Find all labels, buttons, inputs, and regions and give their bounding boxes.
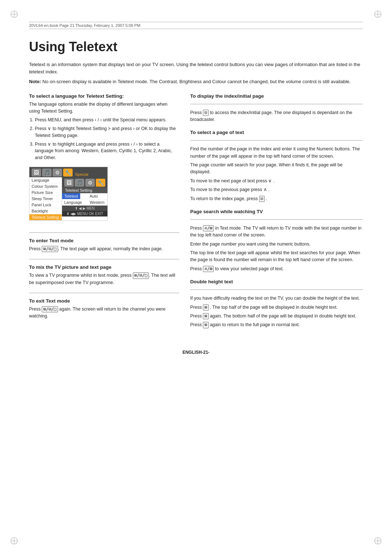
menu-special-label: Special bbox=[75, 172, 88, 177]
note-body: No on-screen display is available in Tel… bbox=[42, 79, 351, 84]
section-display-index: To display the index/initial page Press … bbox=[190, 93, 363, 123]
double-height-key-1: ⊞ bbox=[203, 304, 208, 311]
section-display-index-body: Press ⊡ to access the index/initial page… bbox=[190, 109, 363, 123]
menu-right-icon-4: 🔧 bbox=[96, 179, 105, 187]
section-enter-text-body: Press ⊞/⊟/□. The text page will appear, … bbox=[29, 246, 179, 252]
lang-steps-list: Press MENU, and then press ‹ / › until t… bbox=[35, 117, 179, 161]
section-mix-tv-title: To mix the TV picture and text page bbox=[29, 264, 179, 270]
page-title: Using Teletext bbox=[29, 39, 363, 54]
section-double-height-title: Double height text bbox=[190, 279, 363, 284]
menu-icon-special: 🔧 bbox=[63, 169, 73, 177]
menu-nav-bar-top: ⬆ ◀ ▶ MEN bbox=[62, 206, 107, 211]
two-column-layout: To select a language for Teletext Settin… bbox=[29, 93, 363, 335]
menu-item-backlight: Backlight bbox=[29, 208, 62, 214]
section-enter-text-title: To enter Text mode bbox=[29, 238, 179, 243]
mix-tv-key: ⊞/⊟/□ bbox=[133, 272, 149, 279]
page-search-para-4: Press ⊙/⊠ to view your selected page of … bbox=[190, 266, 363, 272]
divider-2 bbox=[29, 259, 179, 259]
divider-right-2 bbox=[190, 140, 363, 141]
menu-right-row-language: Language Western bbox=[62, 199, 107, 206]
divider-1 bbox=[29, 232, 179, 233]
section-select-language-title: To select a language for Teletext Settin… bbox=[29, 93, 179, 99]
section-exit-text-body: Press ⊞/⊟/□ again. The screen will retur… bbox=[29, 306, 179, 320]
menu-screenshot: 🖼 🎵 ⚙ 🔧 Special Language Colour System P… bbox=[29, 167, 108, 221]
left-column: To select a language for Teletext Settin… bbox=[29, 93, 179, 335]
lang-step-3: Press ∨ to highlight Language and press … bbox=[35, 141, 179, 161]
menu-right-icon-2: 🎵 bbox=[75, 179, 84, 187]
section-enter-text-mode: To enter Text mode Press ⊞/⊟/□. The text… bbox=[29, 238, 179, 252]
section-exit-text: To exit Text mode Press ⊞/⊟/□ again. The… bbox=[29, 298, 179, 320]
menu-item-picture-size: Picture Size bbox=[29, 190, 62, 196]
exit-text-para: Press ⊞/⊟/□ again. The screen will retur… bbox=[29, 306, 179, 320]
menu-right-icons: 🖼 🎵 ⚙ 🔧 bbox=[62, 177, 107, 187]
section-select-page-body: Find the number of the page in the index… bbox=[190, 146, 363, 202]
menu-icon-settings: ⚙ bbox=[53, 169, 62, 177]
section-select-page: To select a page of text Find the number… bbox=[190, 130, 363, 202]
header-file-text: 20VL64-en.book Page 21 Thursday, Februar… bbox=[29, 23, 140, 28]
enter-text-para: Press ⊞/⊟/□. The text page will appear, … bbox=[29, 246, 179, 252]
page-wrapper: 20VL64-en.book Page 21 Thursday, Februar… bbox=[0, 0, 392, 377]
divider-right-4 bbox=[190, 289, 363, 290]
page-search-para-2: Enter the page number you want using the… bbox=[190, 241, 363, 248]
lang-step-2: Press ∨ to highlight Teletext Setting > … bbox=[35, 125, 179, 139]
page-search-key-2: ⊙/⊠ bbox=[203, 266, 214, 272]
display-index-para: Press ⊡ to access the index/initial page… bbox=[190, 109, 363, 123]
section-mix-tv-body: To view a TV programme whilst in text mo… bbox=[29, 272, 179, 286]
footer: ENGLISH-21- bbox=[29, 350, 363, 355]
menu-right-icon-1: 🖼 bbox=[64, 179, 74, 187]
menu-left-list: Language Colour System Picture Size Slee… bbox=[29, 177, 62, 220]
menu-row-teletext-value: Auto bbox=[87, 193, 107, 199]
menu-right-title: Teletext Setting bbox=[62, 187, 107, 193]
menu-item-language: Language bbox=[29, 177, 62, 183]
section-mix-tv: To mix the TV picture and text page To v… bbox=[29, 264, 179, 286]
select-page-para-5: To return to the index page, press ⊡ . bbox=[190, 195, 363, 202]
divider-right-1 bbox=[190, 104, 363, 104]
select-page-para-2: The page counter will search for your pa… bbox=[190, 162, 363, 176]
menu-outer: 🖼 🎵 ⚙ 🔧 Special Language Colour System P… bbox=[29, 167, 107, 220]
section-display-index-title: To display the index/initial page bbox=[190, 93, 363, 99]
page-search-key-1: ⊙/⊠ bbox=[203, 225, 214, 232]
double-height-para-4: Press ⊞ again to return to the full page… bbox=[190, 321, 363, 328]
menu-item-colour-system: Colour System bbox=[29, 183, 62, 190]
menu-right-rows: Teletext Auto Language Western bbox=[62, 193, 107, 206]
section-exit-text-title: To exit Text mode bbox=[29, 298, 179, 304]
right-column: To display the index/initial page Press … bbox=[190, 93, 363, 335]
divider-3 bbox=[29, 293, 179, 293]
section-page-search: Page search while watching TV Press ⊙/⊠ … bbox=[190, 209, 363, 272]
section-select-page-title: To select a page of text bbox=[190, 130, 363, 135]
menu-item-panel-lock: Panel Lock bbox=[29, 202, 62, 208]
lang-step-1: Press MENU, and then press ‹ / › until t… bbox=[35, 117, 179, 123]
double-height-key-3: ⊞ bbox=[203, 322, 208, 328]
menu-right-icon-3: ⚙ bbox=[85, 179, 95, 187]
return-index-key: ⊡ bbox=[259, 196, 265, 202]
select-page-para-3: To move to the next page of text press ∨… bbox=[190, 178, 363, 185]
header-line: 20VL64-en.book Page 21 Thursday, Februar… bbox=[29, 22, 363, 29]
page-search-para-1: Press ⊙/⊠ in Text mode. The TV will retu… bbox=[190, 225, 363, 239]
menu-nav-bar-bottom: ⬆ ◀▶ MENU OK EXIT bbox=[62, 211, 107, 216]
menu-top-icons: 🖼 🎵 ⚙ 🔧 Special bbox=[29, 167, 107, 177]
intro-paragraph: Teletext is an information system that d… bbox=[29, 61, 363, 75]
reg-mark-bl bbox=[10, 537, 18, 545]
double-height-key-2: ⊞ bbox=[203, 313, 208, 320]
menu-right-panel: 🖼 🎵 ⚙ 🔧 Teletext Setting Teletext bbox=[62, 177, 107, 220]
section-double-height: Double height text If you have difficult… bbox=[190, 279, 363, 329]
page-search-para-3: The top line of the text page will appea… bbox=[190, 250, 363, 264]
menu-icon-picture: 🖼 bbox=[32, 169, 41, 177]
menu-item-sleep-timer: Sleep Timer bbox=[29, 196, 62, 202]
menu-row-language-value: Western bbox=[87, 199, 107, 205]
double-height-para-2: Press ⊞ . The top half of the page will … bbox=[190, 304, 363, 311]
menu-icon-sound: 🎵 bbox=[42, 169, 52, 177]
menu-right-row-teletext: Teletext Auto bbox=[62, 193, 107, 199]
lang-para-1: The language options enable the display … bbox=[29, 101, 179, 115]
section-double-height-body: If you have difficulty reading the text … bbox=[190, 295, 363, 329]
select-page-para-4: To move to the previous page press ∧ . bbox=[190, 186, 363, 193]
double-height-para-3: Press ⊞ again. The bottom half of the pa… bbox=[190, 313, 363, 320]
menu-row-teletext-label: Teletext bbox=[62, 193, 80, 199]
note-paragraph: Note: No on-screen display is available … bbox=[29, 78, 363, 85]
divider-right-3 bbox=[190, 219, 363, 220]
note-label: Note: bbox=[29, 79, 41, 84]
section-page-search-title: Page search while watching TV bbox=[190, 209, 363, 214]
mix-tv-para: To view a TV programme whilst in text mo… bbox=[29, 272, 179, 286]
menu-body: Language Colour System Picture Size Slee… bbox=[29, 177, 107, 220]
enter-text-key: ⊞/⊟/□ bbox=[42, 246, 58, 252]
